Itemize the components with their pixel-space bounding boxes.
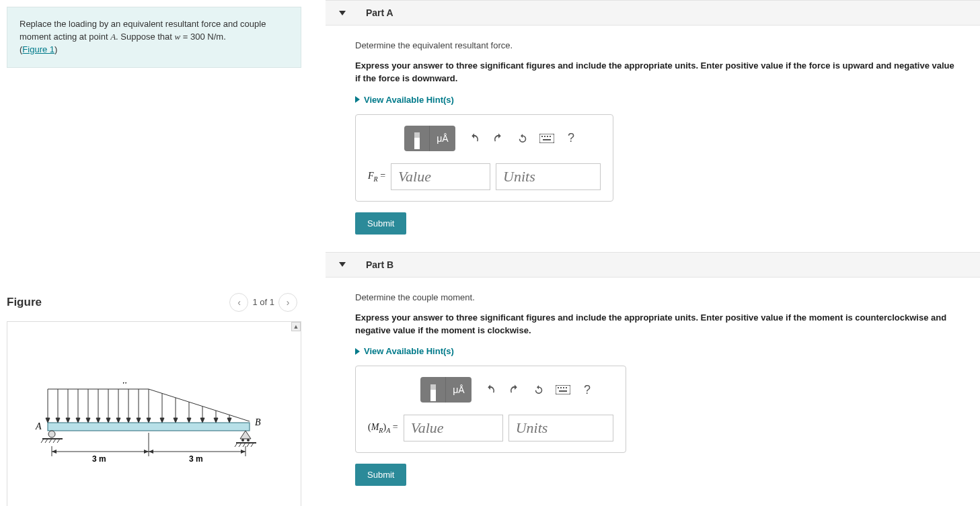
part-b-prompt: Determine the couple moment. <box>355 292 957 302</box>
reset-button[interactable] <box>527 377 551 403</box>
svg-marker-11 <box>86 418 90 423</box>
svg-rect-64 <box>544 136 545 137</box>
svg-marker-9 <box>76 418 80 423</box>
svg-rect-69 <box>558 387 559 388</box>
svg-rect-65 <box>547 136 548 137</box>
figure-prev-button[interactable]: ‹ <box>229 293 248 312</box>
svg-line-1 <box>149 389 250 421</box>
svg-marker-58 <box>144 450 149 454</box>
var-w: w <box>175 32 181 42</box>
svg-marker-35 <box>227 418 231 423</box>
part-b-express: Express your answer to three significant… <box>355 312 957 337</box>
part-a-express: Express your answer to three significant… <box>355 60 957 85</box>
figure-next-button[interactable]: › <box>278 293 297 312</box>
fraction-template-button[interactable] <box>404 126 430 151</box>
svg-marker-57 <box>52 450 56 454</box>
problem-statement: Replace the loading by an equivalent res… <box>7 7 301 68</box>
svg-rect-66 <box>550 136 551 137</box>
figure-link[interactable]: Figure 1 <box>22 44 54 54</box>
svg-rect-70 <box>560 387 562 388</box>
part-a-header[interactable]: Part A <box>326 0 980 26</box>
part-b-hints-link[interactable]: View Available Hint(s) <box>355 346 957 356</box>
svg-marker-25 <box>160 418 164 423</box>
svg-marker-21 <box>137 418 141 423</box>
part-a-title: Part A <box>366 7 393 18</box>
dim-1: 3 m <box>92 454 106 464</box>
part-b-answer-box: μÅ ? <box>355 366 626 453</box>
fraction-icon <box>430 384 436 396</box>
svg-marker-29 <box>187 418 191 423</box>
part-b-value-input[interactable] <box>404 415 503 441</box>
svg-point-37 <box>48 431 55 437</box>
reset-button[interactable] <box>511 126 535 151</box>
units-symbol-button[interactable]: μÅ <box>446 377 472 403</box>
svg-marker-31 <box>200 418 204 423</box>
svg-rect-36 <box>48 423 250 431</box>
svg-rect-62 <box>539 134 554 143</box>
figure-frame: ▲ <box>7 321 301 506</box>
redo-icon <box>492 132 504 144</box>
part-a-hints-link[interactable]: View Available Hint(s) <box>355 95 957 105</box>
figure-title: Figure <box>7 296 42 309</box>
part-a-submit-button[interactable]: Submit <box>355 212 406 235</box>
caret-down-icon <box>339 11 346 15</box>
part-a-answer-box: μÅ ? <box>355 114 613 202</box>
undo-button[interactable] <box>462 126 486 151</box>
load-label-w: w <box>122 382 128 386</box>
figure-counter: 1 of 1 <box>252 297 274 307</box>
svg-rect-72 <box>566 387 567 388</box>
part-a-prompt: Determine the equivalent resultant force… <box>355 40 957 50</box>
svg-marker-33 <box>214 418 218 423</box>
undo-button[interactable] <box>478 377 502 403</box>
svg-rect-63 <box>541 136 543 137</box>
help-icon: ? <box>584 383 591 397</box>
help-button[interactable]: ? <box>559 126 583 151</box>
caret-down-icon <box>339 262 346 267</box>
units-symbol-button[interactable]: μÅ <box>430 126 455 151</box>
problem-text-3: = 300 N/m. <box>180 32 226 42</box>
redo-button[interactable] <box>486 126 511 151</box>
keyboard-button[interactable] <box>551 377 575 403</box>
hints-label: View Available Hint(s) <box>364 95 454 105</box>
help-icon: ? <box>568 131 574 145</box>
part-a-units-input[interactable] <box>496 163 601 190</box>
fraction-icon <box>414 132 420 144</box>
part-b-header[interactable]: Part B <box>326 252 980 278</box>
svg-marker-61 <box>241 450 246 454</box>
undo-icon <box>484 384 496 396</box>
keyboard-button[interactable] <box>535 126 559 151</box>
dim-2: 3 m <box>189 454 203 464</box>
svg-point-46 <box>247 439 250 441</box>
scroll-up-icon[interactable]: ▲ <box>291 322 301 331</box>
part-a-variable-label: FR = <box>368 171 385 183</box>
undo-icon <box>468 132 480 144</box>
svg-rect-68 <box>556 385 570 394</box>
svg-marker-5 <box>56 418 60 423</box>
svg-marker-27 <box>174 418 178 423</box>
svg-rect-67 <box>543 139 551 140</box>
svg-marker-13 <box>96 418 100 423</box>
svg-marker-19 <box>126 418 130 423</box>
part-b-units-input[interactable] <box>508 415 613 441</box>
part-a-value-input[interactable] <box>391 163 490 190</box>
caret-right-icon <box>355 348 360 355</box>
reset-icon <box>533 384 545 396</box>
svg-marker-17 <box>116 418 120 423</box>
svg-marker-23 <box>147 418 151 423</box>
point-label-B: B <box>255 417 261 427</box>
var-A: A <box>110 32 116 42</box>
caret-right-icon <box>355 96 360 103</box>
svg-marker-60 <box>149 450 153 454</box>
units-label: μÅ <box>437 133 448 144</box>
units-label: μÅ <box>453 384 464 395</box>
fraction-template-button[interactable] <box>420 377 446 403</box>
svg-point-45 <box>241 439 244 441</box>
reset-icon <box>517 132 529 144</box>
part-b-variable-label: (MR)A = <box>368 422 398 434</box>
svg-marker-44 <box>240 431 251 439</box>
part-b-submit-button[interactable]: Submit <box>355 464 406 486</box>
redo-button[interactable] <box>502 377 527 403</box>
help-button[interactable]: ? <box>575 377 599 403</box>
beam-diagram: w A B 3 m 3 m <box>34 382 270 483</box>
redo-icon <box>508 384 521 396</box>
